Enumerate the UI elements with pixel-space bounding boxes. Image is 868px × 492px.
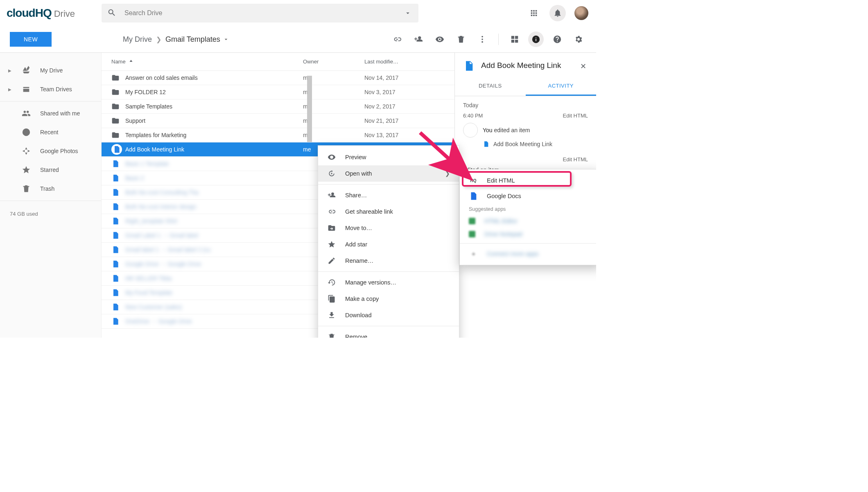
file-row[interactable]: Templates for MarketingmeNov 13, 2017 [102,128,454,142]
sidebar-item-label: Recent [40,129,58,135]
menu-item-manage-versions-[interactable]: Manage versions… [318,274,459,291]
account-avatar[interactable] [573,5,590,21]
menu-label: Remove [345,334,450,338]
info-icon[interactable] [528,32,544,47]
menu-item-share-[interactable]: Share… [318,187,459,203]
menu-item-add-star[interactable]: Add star [318,236,459,253]
storage-used: 74 GB used [0,203,101,224]
sidebar-item-trash[interactable]: Trash [0,179,101,198]
expand-icon[interactable]: ▶ [8,68,12,73]
notifications-icon[interactable] [549,5,566,21]
file-name: Add Book Meeting Link [125,146,303,153]
file-name: Basic 2 [125,175,303,181]
activity-file[interactable]: Add Book Meeting Link [463,141,588,147]
settings-icon[interactable] [571,32,586,47]
file-name: Gmail Label 1 → Gmail label [125,232,303,239]
trash-icon[interactable] [453,32,469,47]
toolbar-divider [498,34,499,45]
submenu-connect-apps[interactable]: ＋Connect more apps [460,246,596,262]
file-row[interactable]: Answer on cold sales emailsmeNov 14, 201… [102,71,454,85]
file-name: New Customer (sales) [125,304,303,310]
breadcrumb-root[interactable]: My Drive [123,35,152,44]
menu-icon [327,223,336,232]
search-dropdown-icon[interactable] [403,8,413,18]
svg-point-0 [481,36,483,38]
column-owner[interactable]: Owner [303,59,364,65]
sidebar-item-label: Starred [40,167,59,173]
column-name[interactable]: Name [111,59,303,65]
file-row[interactable]: Sample TemplatesmeNov 2, 2017 [102,99,454,114]
grid-view-icon[interactable] [507,32,522,47]
file-owner: me [303,132,364,138]
submenu-suggested-item[interactable]: HTML Editor [460,214,596,228]
menu-item-open-with[interactable]: Open with❯ [318,165,459,182]
file-row[interactable]: My FOLDER 12meNov 3, 2017 [102,85,454,99]
submenu-suggested-item[interactable]: Drive Notepad [460,228,596,241]
tab-activity[interactable]: ACTIVITY [526,77,597,96]
sidebar-item-photos[interactable]: Google Photos [0,142,101,160]
menu-label: Get shareable link [345,208,450,215]
menu-label: Preview [345,154,450,160]
open-with-submenu: HQEdit HTMLGoogle DocsSuggested appsHTML… [459,169,596,265]
sidebar-item-recent[interactable]: Recent [0,123,101,142]
sidebar-separator [0,101,101,102]
menu-label: Rename… [345,257,450,264]
tab-details[interactable]: DETAILS [455,77,526,96]
sidebar-item-shared[interactable]: Shared with me [0,104,101,123]
file-name: Both No-cost Interior design [125,203,303,210]
menu-item-make-a-copy[interactable]: Make a copy [318,291,459,307]
search-bar[interactable] [102,4,418,23]
menu-item-move-to-[interactable]: Move to… [318,220,459,236]
sidebar-item-team-drives[interactable]: ▶ Team Drives [0,80,101,99]
menu-item-remove[interactable]: Remove [318,329,459,338]
menu-item-rename-[interactable]: Rename… [318,253,459,269]
file-name: Answer on cold sales emails [125,74,303,81]
link-icon[interactable] [389,32,405,47]
submenu-item-google-docs[interactable]: Google Docs [460,188,596,204]
menu-icon [327,240,336,249]
more-icon[interactable] [475,32,490,47]
sidebar-item-starred[interactable]: Starred [0,160,101,179]
file-name: Sample Templates [125,103,303,110]
menu-item-preview[interactable]: Preview [318,149,459,165]
menu-separator [460,243,596,244]
details-tabs: DETAILS ACTIVITY [455,77,596,96]
expand-icon[interactable]: ▶ [8,87,12,92]
header: cloudHQ Drive [0,0,596,26]
file-name: My FOLDER 12 [125,89,303,95]
file-modified: Nov 3, 2017 [364,89,454,95]
preview-icon[interactable] [432,32,448,47]
menu-item-download[interactable]: Download [318,307,459,323]
submenu-item-edit-html[interactable]: HQEdit HTML [460,173,596,188]
file-modified: Nov 21, 2017 [364,117,454,124]
new-button[interactable]: NEW [10,32,52,47]
menu-separator [318,184,459,185]
breadcrumb-root-label: My Drive [123,35,152,44]
scrollbar-thumb[interactable] [307,76,312,142]
file-name: My Food Template [125,289,303,296]
svg-point-1 [481,38,483,40]
menu-icon [327,278,336,287]
search-input[interactable] [124,9,395,17]
sidebar-separator [0,201,101,201]
file-modified: Nov 13, 2017 [364,132,454,138]
menu-icon [327,311,336,320]
menu-icon [327,207,336,216]
help-icon[interactable] [549,32,565,47]
column-modified[interactable]: Last modifie… [364,59,454,65]
menu-icon [327,153,336,162]
logo[interactable]: cloudHQ Drive [7,7,102,20]
people-icon [21,108,31,118]
menu-item-get-shareable-link[interactable]: Get shareable link [318,203,459,220]
clock-icon [21,127,31,137]
menu-label: Open with [345,170,436,177]
file-row[interactable]: SupportmeNov 21, 2017 [102,114,454,128]
apps-icon[interactable] [526,5,542,21]
add-person-icon[interactable] [411,32,426,47]
file-name: Basic 1 Template [125,160,303,167]
sidebar-item-my-drive[interactable]: ▶ My Drive [0,61,101,80]
breadcrumb-current[interactable]: Gmail Templates [165,35,229,44]
chevron-right-icon: ❯ [156,36,161,43]
drive-icon [21,65,31,75]
close-icon[interactable]: ✕ [579,60,588,72]
